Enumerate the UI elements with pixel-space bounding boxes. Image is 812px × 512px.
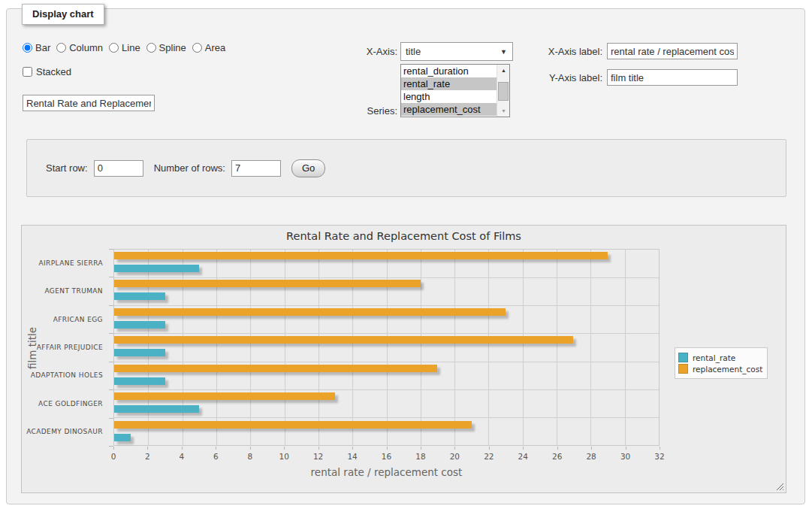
x-tick-mark [284, 447, 285, 450]
series-caption: Series: [342, 105, 397, 117]
legend-swatch-icon [678, 353, 688, 362]
x-axis-label-input[interactable] [607, 43, 738, 59]
x-tick-label: 12 [307, 452, 330, 461]
bar-replacement_cost-airplane-sierra [114, 252, 608, 259]
series-list-scrollbar[interactable]: ▲ ▼ [497, 65, 509, 117]
chart-type-option-spline[interactable]: Spline [146, 42, 186, 53]
x-tick-mark [216, 447, 216, 450]
x-tick-label: 10 [273, 452, 295, 461]
x-tick-label: 14 [341, 452, 364, 461]
vertical-gridline [387, 250, 388, 445]
vertical-gridline [523, 250, 524, 445]
x-axis-caption: X-Axis: [342, 46, 397, 57]
category-label: ADAPTATION HOLES [22, 371, 103, 379]
x-tick-mark [352, 447, 353, 450]
horizontal-gridline [114, 389, 659, 390]
y-axis-label-input[interactable] [607, 69, 738, 86]
chart-type-option-line[interactable]: Line [109, 42, 140, 53]
x-tick-mark [387, 447, 388, 450]
x-tick-mark [626, 447, 626, 450]
start-row-input[interactable] [94, 160, 143, 177]
y-tick-mark [109, 277, 113, 277]
num-rows-label: Number of rows: [154, 162, 225, 174]
chart-legend: rental_ratereplacement_cost [675, 347, 768, 379]
vertical-gridline [557, 250, 557, 445]
scrollbar-thumb[interactable] [498, 82, 509, 101]
chart-type-radio-group: BarColumnLineSplineArea [23, 42, 231, 53]
y-tick-mark [109, 249, 113, 250]
vertical-gridline [625, 250, 626, 445]
chart-type-option-area[interactable]: Area [192, 42, 225, 53]
fieldset-legend: Display chart [22, 4, 104, 25]
horizontal-gridline [114, 333, 659, 334]
legend-label: replacement_cost [693, 365, 762, 374]
bar-rental_rate-academy-dinosaur [114, 434, 131, 441]
vertical-gridline [216, 250, 217, 445]
vertical-gridline [318, 250, 319, 445]
x-tick-label: 4 [171, 452, 193, 461]
chart-type-option-bar[interactable]: Bar [23, 42, 50, 53]
chart-type-radio-bar[interactable] [23, 43, 32, 53]
chart-type-option-column[interactable]: Column [56, 42, 103, 53]
chart-type-radio-column[interactable] [56, 43, 66, 53]
bar-replacement_cost-agent-truman [114, 280, 421, 287]
series-multiselect[interactable]: rental_durationrental_ratelengthreplacem… [400, 64, 510, 117]
bar-rental_rate-airplane-sierra [114, 265, 199, 272]
x-tick-label: 20 [443, 452, 466, 461]
category-label: ACE GOLDFINGER [22, 400, 103, 407]
legend-label: rental_rate [693, 353, 735, 362]
x-tick-label: 24 [512, 452, 534, 461]
x-tick-label: 8 [239, 452, 261, 461]
scroll-down-icon[interactable]: ▼ [497, 105, 510, 117]
scroll-up-icon[interactable]: ▲ [497, 65, 510, 76]
x-tick-mark [454, 447, 455, 450]
horizontal-gridline [114, 305, 659, 306]
x-tick-label: 22 [478, 452, 500, 461]
chart-plot-area [113, 249, 660, 446]
series-option-length[interactable]: length [401, 90, 497, 103]
chart-x-axis-title: rental rate / replacement cost [113, 466, 660, 478]
category-label: AFRICAN EGG [22, 316, 103, 323]
vertical-gridline [488, 250, 489, 445]
legend-swatch-icon [678, 364, 688, 374]
chart-type-radio-area[interactable] [192, 43, 202, 53]
stacked-checkbox[interactable] [23, 67, 32, 77]
chart-title: Rental Rate and Replacement Cost of Film… [22, 230, 786, 242]
chart-category-labels: AIRPLANE SIERRAAGENT TRUMANAFRICAN EGGAF… [22, 249, 107, 446]
vertical-gridline [352, 250, 353, 445]
go-button[interactable]: Go [291, 159, 325, 177]
x-tick-label: 32 [648, 452, 671, 461]
x-tick-mark [660, 447, 660, 450]
vertical-gridline [285, 250, 285, 445]
chart-type-radio-spline[interactable] [146, 43, 156, 53]
bar-replacement_cost-affair-prejudice [114, 336, 573, 344]
x-tick-mark [147, 447, 148, 450]
series-option-replacement_cost[interactable]: replacement_cost [401, 103, 497, 116]
x-tick-label: 6 [204, 452, 227, 461]
x-axis-select[interactable]: title ▼ [400, 42, 513, 61]
x-tick-mark [591, 447, 592, 450]
row-controls-panel: Start row: Number of rows: Go [26, 139, 786, 197]
category-label: ACADEMY DINOSAUR [22, 428, 103, 435]
x-tick-mark [489, 447, 490, 450]
vertical-gridline [590, 250, 591, 445]
chart-type-radio-line[interactable] [109, 43, 119, 53]
chart-type-label: Column [69, 42, 103, 53]
bar-rental_rate-agent-truman [114, 292, 165, 300]
x-tick-mark [250, 447, 251, 450]
series-option-rental_rate[interactable]: rental_rate [401, 77, 497, 90]
category-label: AGENT TRUMAN [22, 287, 103, 295]
x-tick-label: 28 [580, 452, 602, 461]
resize-handle-icon[interactable] [775, 482, 783, 490]
chart-title-input[interactable] [23, 95, 155, 111]
bar-rental_rate-african-egg [114, 321, 165, 329]
y-tick-mark [109, 389, 113, 390]
bar-rental_rate-ace-goldfinger [114, 405, 199, 413]
num-rows-input[interactable] [231, 160, 281, 177]
chart-type-label: Line [122, 42, 140, 53]
series-option-rental_duration[interactable]: rental_duration [401, 65, 497, 77]
y-tick-mark [109, 418, 113, 419]
chart-panel: Rental Rate and Replacement Cost of Film… [21, 225, 786, 493]
stacked-label: Stacked [36, 66, 71, 77]
vertical-gridline [454, 250, 455, 445]
